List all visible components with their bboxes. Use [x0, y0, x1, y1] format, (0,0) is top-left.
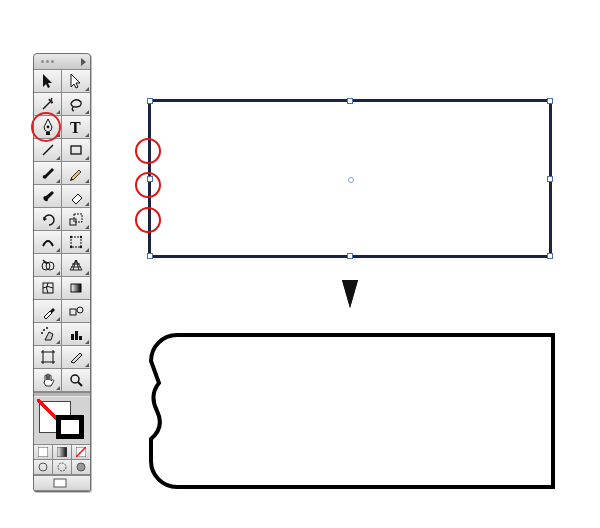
svg-point-0	[46, 126, 49, 129]
eyedropper-tool[interactable]	[34, 300, 62, 323]
zoom-tool[interactable]	[62, 369, 90, 392]
down-arrow-icon	[338, 278, 362, 310]
svg-point-29	[39, 463, 47, 471]
svg-rect-26	[57, 447, 67, 457]
svg-rect-14	[70, 309, 76, 315]
handle-top-left[interactable]	[147, 98, 153, 104]
change-screen-mode[interactable]	[34, 476, 90, 491]
draw-mode-behind[interactable]	[53, 460, 72, 475]
draw-mode-inside[interactable]	[72, 460, 90, 475]
svg-rect-4	[74, 214, 82, 222]
color-mode-none[interactable]	[72, 445, 90, 460]
svg-rect-5	[71, 237, 81, 247]
rectangle-tool[interactable]	[62, 139, 90, 162]
column-graph-tool[interactable]	[62, 323, 90, 346]
paintbrush-tool[interactable]	[34, 162, 62, 185]
svg-rect-13	[71, 284, 81, 292]
hand-tool[interactable]	[34, 369, 62, 392]
pen-tool[interactable]	[34, 116, 62, 139]
mesh-tool[interactable]	[34, 277, 62, 300]
svg-point-18	[41, 332, 43, 334]
svg-point-17	[46, 327, 48, 329]
svg-rect-12	[43, 283, 53, 293]
result-shape	[147, 331, 557, 491]
magic-wand-tool[interactable]	[34, 93, 62, 116]
panel-grip-icon	[41, 60, 54, 63]
handle-top[interactable]	[347, 98, 353, 104]
svg-rect-22	[43, 352, 53, 362]
svg-line-1	[43, 145, 53, 155]
width-tool[interactable]	[34, 231, 62, 254]
pencil-tool[interactable]	[62, 162, 90, 185]
svg-rect-21	[79, 336, 82, 340]
type-tool[interactable]: T	[62, 116, 90, 139]
free-transform-tool[interactable]	[62, 231, 90, 254]
anchor-marker-3-icon	[135, 207, 161, 233]
svg-point-30	[58, 463, 66, 471]
type-glyph: T	[70, 119, 81, 135]
color-mode-row	[34, 445, 90, 460]
svg-point-6	[70, 236, 72, 238]
color-mode-solid[interactable]	[34, 445, 53, 460]
handle-right[interactable]	[547, 176, 553, 182]
svg-line-24	[78, 382, 82, 386]
artboard-tool[interactable]	[34, 346, 62, 369]
svg-point-7	[80, 236, 82, 238]
svg-point-9	[80, 246, 82, 248]
tools-panel: T	[33, 53, 91, 492]
anchor-marker-2-icon	[135, 172, 161, 198]
panel-header[interactable]	[34, 54, 90, 70]
screen-mode-row	[34, 460, 90, 475]
svg-rect-32	[54, 479, 66, 487]
scale-tool[interactable]	[62, 208, 90, 231]
panel-flyout-icon[interactable]	[81, 58, 86, 66]
blend-tool[interactable]	[62, 300, 90, 323]
rotate-tool[interactable]	[34, 208, 62, 231]
slice-tool[interactable]	[62, 346, 90, 369]
svg-rect-25	[38, 447, 48, 457]
selection-tool[interactable]	[34, 70, 62, 93]
tutorial-figure: T	[0, 0, 600, 528]
svg-rect-20	[75, 331, 78, 340]
perspective-grid-tool[interactable]	[62, 254, 90, 277]
svg-point-31	[77, 463, 85, 471]
gradient-tool[interactable]	[62, 277, 90, 300]
svg-point-15	[77, 307, 83, 313]
color-mode-gradient[interactable]	[53, 445, 72, 460]
handle-top-right[interactable]	[547, 98, 553, 104]
svg-point-23	[71, 375, 79, 383]
selection-center-icon	[348, 177, 354, 183]
anchor-marker-1-icon	[135, 138, 161, 164]
svg-rect-2	[71, 146, 81, 154]
eraser-tool[interactable]	[62, 185, 90, 208]
symbol-sprayer-tool[interactable]	[34, 323, 62, 346]
line-segment-tool[interactable]	[34, 139, 62, 162]
fill-stroke-swatch[interactable]	[34, 397, 90, 445]
shape-builder-tool[interactable]	[34, 254, 62, 277]
screen-mode-button-row	[34, 475, 90, 491]
svg-rect-19	[71, 334, 74, 340]
blob-brush-tool[interactable]	[34, 185, 62, 208]
flyout-indicator-icon	[85, 87, 89, 91]
direct-selection-tool[interactable]	[62, 70, 90, 93]
svg-point-16	[43, 329, 45, 331]
lasso-tool[interactable]	[62, 93, 90, 116]
handle-bottom[interactable]	[347, 253, 353, 259]
handle-bottom-right[interactable]	[547, 253, 553, 259]
tool-grid: T	[34, 70, 90, 392]
stroke-swatch-icon[interactable]	[56, 415, 84, 439]
selected-rectangle[interactable]	[148, 99, 552, 258]
draw-mode-normal[interactable]	[34, 460, 53, 475]
handle-bottom-left[interactable]	[147, 253, 153, 259]
svg-point-8	[70, 246, 72, 248]
